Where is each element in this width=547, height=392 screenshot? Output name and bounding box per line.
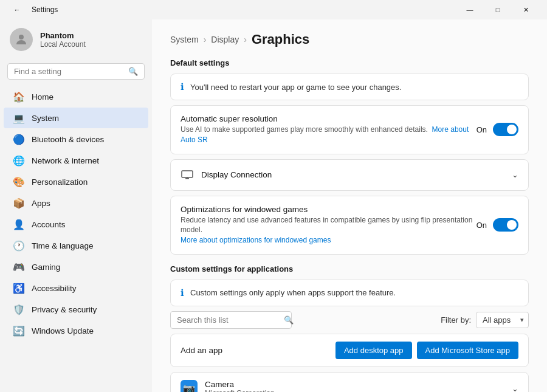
nav-label-accounts: Accounts <box>32 220 66 229</box>
app-info-camera: Camera Microsoft Corporation <box>205 380 275 392</box>
nav-icon-accounts: 👤 <box>13 219 24 230</box>
auto-sr-control: On <box>476 123 518 136</box>
filter-select[interactable]: All apps <box>476 312 529 328</box>
nav-icon-home: 🏠 <box>13 91 24 102</box>
avatar <box>10 28 33 51</box>
filter-by-container: Filter by: All apps <box>441 312 529 328</box>
app-body: Phantom Local Account 🔍 🏠 Home 💻 System … <box>0 19 547 392</box>
app-name-camera: Camera <box>205 380 275 389</box>
sidebar-item-system[interactable]: 💻 System <box>4 108 148 128</box>
app-chevron-camera: ⌄ <box>512 384 518 392</box>
default-settings-title: Default settings <box>170 58 529 67</box>
nav-label-update: Windows Update <box>32 326 94 335</box>
custom-info-icon: ℹ <box>181 287 184 298</box>
close-button[interactable]: ✕ <box>512 0 540 19</box>
windowed-games-title: Optimizations for windowed games <box>181 205 476 214</box>
app-list: 📷 Camera Microsoft Corporation ⌄ 🛍️ Micr… <box>170 372 529 392</box>
custom-info-banner: ℹ Custom settings only apply when apps s… <box>170 280 529 306</box>
add-app-row: Add an app Add desktop app Add Microsoft… <box>170 334 529 367</box>
sidebar-item-personalization[interactable]: 🎨 Personalization <box>4 171 148 192</box>
nav-icon-gaming: 🎮 <box>13 261 24 272</box>
sidebar-item-home[interactable]: 🏠 Home <box>4 86 148 107</box>
nav-label-system: System <box>32 114 59 123</box>
nav-icon-update: 🔄 <box>13 325 24 336</box>
nav-icon-bluetooth: 🔵 <box>13 134 24 145</box>
display-connection-chevron: ⌄ <box>512 170 518 179</box>
app-row-camera[interactable]: 📷 Camera Microsoft Corporation ⌄ <box>170 372 529 392</box>
filter-bar: 🔍 Filter by: All apps <box>170 311 529 329</box>
nav-icon-time: 🕐 <box>13 240 24 251</box>
minimize-button[interactable]: — <box>456 0 484 19</box>
sidebar-search-input[interactable] <box>14 67 123 76</box>
windowed-games-control: On <box>476 218 518 232</box>
windowed-games-text: Optimizations for windowed games Reduce … <box>181 205 476 246</box>
sidebar-item-network[interactable]: 🌐 Network & internet <box>4 150 148 171</box>
svg-rect-2 <box>185 178 189 179</box>
nav-list: 🏠 Home 💻 System 🔵 Bluetooth & devices 🌐 … <box>0 86 152 392</box>
restart-info-text: You'll need to restart your app or game … <box>190 83 401 92</box>
add-desktop-app-button[interactable]: Add desktop app <box>335 342 412 359</box>
nav-icon-system: 💻 <box>13 112 24 123</box>
sidebar-item-accounts[interactable]: 👤 Accounts <box>4 214 148 235</box>
add-app-label: Add an app <box>181 346 222 355</box>
nav-icon-accessibility: ♿ <box>13 283 24 294</box>
display-connection-icon <box>181 168 194 182</box>
filter-select-wrap[interactable]: All apps <box>476 312 529 328</box>
add-app-buttons: Add desktop app Add Microsoft Store app <box>335 342 518 359</box>
app-publisher-camera: Microsoft Corporation <box>205 389 275 392</box>
nav-icon-personalization: 🎨 <box>13 176 24 187</box>
nav-label-accessibility: Accessibility <box>32 284 77 293</box>
sidebar-item-privacy[interactable]: 🛡️ Privacy & security <box>4 299 148 320</box>
windowed-games-desc: Reduce latency and use advanced features… <box>181 215 476 246</box>
maximize-button[interactable]: □ <box>484 0 512 19</box>
auto-sr-state: On <box>476 125 487 134</box>
windowed-games-state: On <box>476 221 487 230</box>
auto-super-resolution-desc: Use AI to make supported games play more… <box>181 125 476 145</box>
nav-label-bluetooth: Bluetooth & devices <box>32 135 104 144</box>
display-connection-left: Display Connection <box>181 168 272 182</box>
info-icon: ℹ <box>181 81 184 92</box>
auto-super-resolution-title: Automatic super resolution <box>181 114 476 123</box>
sidebar-item-gaming[interactable]: 🎮 Gaming <box>4 256 148 277</box>
sidebar-item-time[interactable]: 🕐 Time & language <box>4 235 148 256</box>
breadcrumb-display[interactable]: Display <box>211 35 239 44</box>
add-store-app-button[interactable]: Add Microsoft Store app <box>417 342 518 359</box>
sidebar-item-bluetooth[interactable]: 🔵 Bluetooth & devices <box>4 129 148 150</box>
app-search-icon: 🔍 <box>284 315 294 325</box>
custom-info-text: Custom settings only apply when apps sup… <box>190 288 396 297</box>
user-type: Local Account <box>40 40 86 49</box>
filter-label: Filter by: <box>441 315 471 325</box>
nav-label-privacy: Privacy & security <box>32 305 97 314</box>
back-button[interactable]: ← <box>7 0 27 19</box>
page-title: Graphics <box>252 32 309 47</box>
sidebar-search-box[interactable]: 🔍 <box>7 63 145 80</box>
user-info: Phantom Local Account <box>40 31 86 49</box>
svg-point-0 <box>19 35 24 40</box>
breadcrumb-system[interactable]: System <box>170 35 199 44</box>
nav-label-network: Network & internet <box>32 156 99 165</box>
sidebar-item-apps[interactable]: 📦 Apps <box>4 193 148 213</box>
restart-info-banner: ℹ You'll need to restart your app or gam… <box>170 74 529 100</box>
auto-sr-toggle[interactable] <box>493 123 518 136</box>
windowed-games-toggle[interactable] <box>493 218 518 232</box>
nav-label-personalization: Personalization <box>32 177 88 187</box>
app-search-box[interactable]: 🔍 <box>170 311 292 329</box>
display-connection-row[interactable]: Display Connection ⌄ <box>171 160 528 190</box>
display-connection-label: Display Connection <box>201 170 272 179</box>
sidebar-item-accessibility[interactable]: ♿ Accessibility <box>4 278 148 298</box>
breadcrumb-sep-1: › <box>204 35 207 44</box>
window-title: Settings <box>32 5 58 14</box>
auto-super-resolution-text: Automatic super resolution Use AI to mak… <box>181 114 476 145</box>
display-connection-card[interactable]: Display Connection ⌄ <box>170 159 529 191</box>
user-profile[interactable]: Phantom Local Account <box>0 19 152 60</box>
user-name: Phantom <box>40 31 86 40</box>
app-search-input[interactable] <box>177 315 279 325</box>
nav-icon-apps: 📦 <box>13 198 24 208</box>
app-row-left-camera: 📷 Camera Microsoft Corporation <box>181 380 275 392</box>
auto-super-resolution-card: Automatic super resolution Use AI to mak… <box>170 105 529 154</box>
windowed-games-card: Optimizations for windowed games Reduce … <box>170 196 529 255</box>
nav-label-gaming: Gaming <box>32 263 60 272</box>
windowed-games-link[interactable]: More about optimizations for windowed ga… <box>181 236 331 244</box>
sidebar: Phantom Local Account 🔍 🏠 Home 💻 System … <box>0 19 152 392</box>
sidebar-item-update[interactable]: 🔄 Windows Update <box>4 320 148 341</box>
